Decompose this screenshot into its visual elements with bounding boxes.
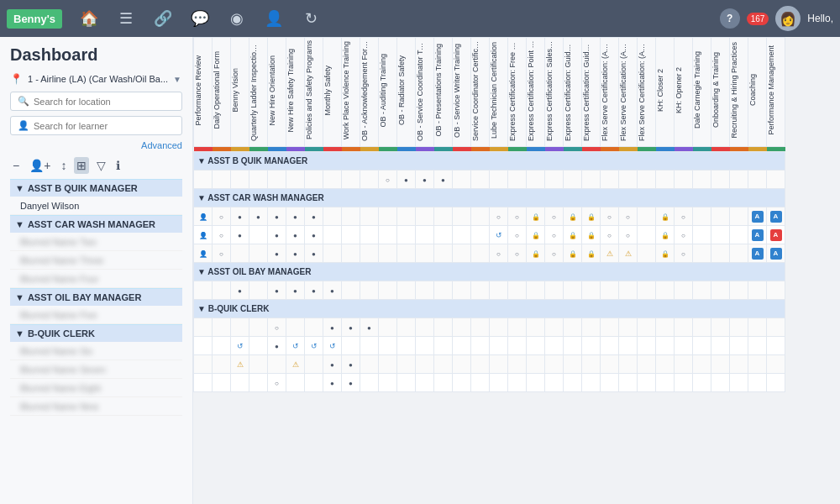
matrix-cell: ●	[434, 171, 453, 189]
matrix-cell: 🔒	[564, 226, 582, 244]
col-header-27: Dale Carnegie Training	[693, 38, 711, 147]
collapse-icon[interactable]: ▼	[15, 219, 24, 229]
remove-icon[interactable]: −	[10, 157, 22, 174]
person-data-row: ↺●↺↺↺	[194, 337, 785, 355]
matrix-cell: ○	[619, 207, 638, 226]
matrix-cell	[490, 355, 508, 374]
filter-icon[interactable]: ▽	[94, 157, 108, 174]
matrix-cell	[638, 337, 656, 355]
matrix-cell: ●	[286, 207, 305, 226]
group-matrix-row: ▼ ASST B QUIK MANAGER	[194, 152, 785, 171]
matrix-cell	[360, 226, 379, 244]
matrix-cell: ●	[286, 226, 305, 244]
matrix-cell	[471, 226, 490, 244]
search-learner-input[interactable]	[34, 121, 175, 131]
matrix-cell	[508, 318, 527, 337]
matrix-cell	[582, 171, 601, 189]
matrix-cell	[748, 281, 767, 300]
matrix-cell	[471, 207, 490, 226]
col-header-28: Onboarding & Training	[711, 38, 730, 147]
nav-refresh[interactable]: ↻	[294, 0, 328, 37]
matrix-cell	[601, 337, 619, 355]
person-row: Blurred Name Six	[10, 342, 182, 360]
brand-logo[interactable]: Benny's	[7, 9, 62, 29]
matrix-cell	[564, 318, 582, 337]
matrix-cell	[231, 318, 249, 337]
matrix-cell: ⚠	[231, 355, 249, 374]
matrix-cell	[693, 337, 711, 355]
collapse-icon[interactable]: ▼	[15, 328, 24, 339]
advanced-link[interactable]: Advanced	[10, 140, 182, 150]
matrix-cell	[508, 355, 527, 374]
matrix-cell	[342, 226, 360, 244]
matrix-cell: ●	[231, 207, 249, 226]
search-location-icon: 🔍	[18, 96, 29, 107]
matrix-cell	[619, 355, 638, 374]
sort-icon[interactable]: ↕	[58, 157, 69, 174]
matrix-cell: ○	[545, 226, 564, 244]
matrix-cell	[582, 318, 601, 337]
person-data-row: ●●●●●	[194, 281, 785, 300]
search-learner-icon: 👤	[18, 120, 29, 131]
person-row: Blurred Name Seven	[10, 360, 182, 379]
matrix-cell	[416, 226, 434, 244]
location-search-box[interactable]: 🔍	[10, 92, 182, 111]
matrix-cell	[360, 171, 379, 189]
nav-user[interactable]: 👤	[257, 0, 291, 37]
avatar[interactable]: 👩	[775, 6, 801, 31]
matrix-cell	[397, 374, 416, 392]
matrix-cell	[508, 337, 527, 355]
matrix-cell	[730, 171, 748, 189]
matrix-cell	[638, 207, 656, 226]
person-data-row: ○●●●	[194, 171, 785, 189]
matrix-cell: ●	[286, 244, 305, 263]
matrix-cell	[711, 244, 730, 263]
person-row: Blurred Name Two	[10, 233, 182, 251]
person-row: Blurred Name Three	[10, 251, 182, 270]
info-icon[interactable]: ℹ	[113, 157, 123, 174]
matrix-cell	[342, 207, 360, 226]
nav-chat[interactable]: 💬	[183, 0, 217, 37]
matrix-cell: ●	[342, 355, 360, 374]
matrix-cell	[397, 318, 416, 337]
location-selector[interactable]: 📍 1 - Airline (LA) (Car Wash/Oil Ba... ▼	[10, 73, 182, 85]
learner-search-box[interactable]: 👤	[10, 116, 182, 135]
matrix-cell	[545, 374, 564, 392]
grid-icon[interactable]: ⊞	[74, 157, 89, 174]
notification-badge[interactable]: 167	[747, 13, 769, 25]
matrix-cell: 🔒	[564, 244, 582, 263]
person-data-row: ○●●●	[194, 318, 785, 337]
main-area: Dashboard 📍 1 - Airline (LA) (Car Wash/O…	[0, 37, 840, 504]
matrix-cell	[471, 318, 490, 337]
person-row: Blurred Name Four	[10, 270, 182, 288]
matrix-scroll[interactable]: Performance ReviewDaily Operational Form…	[193, 37, 840, 504]
collapse-icon[interactable]: ▼	[15, 292, 24, 302]
matrix-cell	[471, 281, 490, 300]
matrix-cell	[730, 281, 748, 300]
add-user-icon[interactable]: 👤+	[27, 157, 53, 174]
matrix-cell	[638, 226, 656, 244]
col-header-2: Benny Vision	[231, 38, 249, 147]
matrix-cell	[213, 355, 231, 374]
matrix-cell: ●	[305, 281, 323, 300]
nav-home[interactable]: 🏠	[72, 0, 106, 37]
matrix-cell	[416, 337, 434, 355]
search-location-input[interactable]	[34, 97, 175, 107]
matrix-cell	[323, 207, 342, 226]
location-label: 1 - Airline (LA) (Car Wash/Oil Ba...	[28, 74, 168, 84]
matrix-cell	[711, 171, 730, 189]
matrix-cell	[564, 281, 582, 300]
nav-menu[interactable]: ☰	[109, 0, 143, 37]
help-button[interactable]: ?	[720, 8, 740, 29]
matrix-cell	[527, 374, 545, 392]
matrix-cell: ○	[508, 207, 527, 226]
matrix-cell	[527, 355, 545, 374]
collapse-icon[interactable]: ▼	[15, 183, 24, 193]
matrix-cell	[453, 318, 471, 337]
nav-ball[interactable]: ◉	[220, 0, 254, 37]
matrix-cell: ↺	[305, 337, 323, 355]
nav-link[interactable]: 🔗	[146, 0, 180, 37]
matrix-body: ▼ ASST B QUIK MANAGER○●●●▼ ASST CAR WASH…	[194, 152, 785, 392]
matrix-cell	[434, 226, 453, 244]
matrix-cell	[508, 171, 527, 189]
